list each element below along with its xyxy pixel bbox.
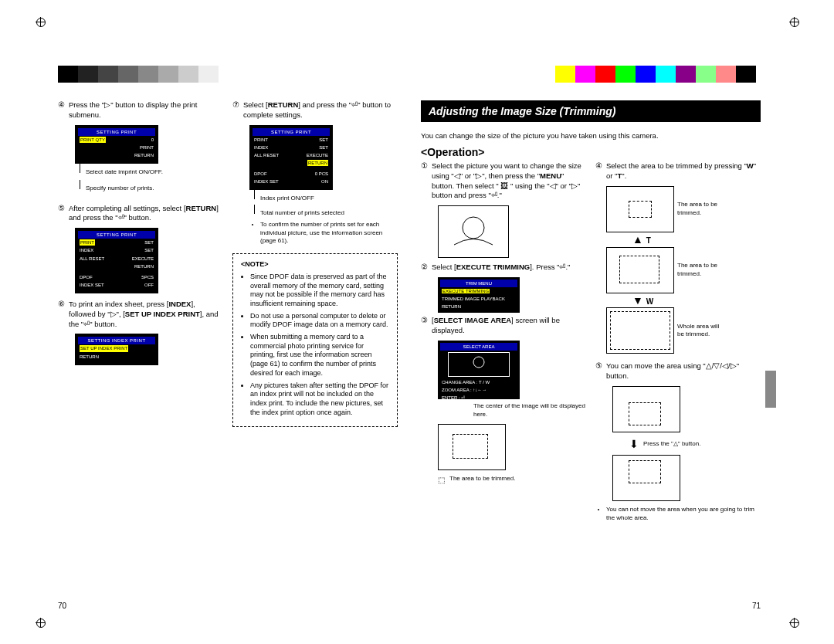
- page70-col-right: ⑦ Select [RETURN] and press the "⏎" butt…: [232, 100, 398, 427]
- colorbar-left: [58, 66, 239, 83]
- crop-mark-tl: [32, 14, 48, 29]
- callout-date-imprint: Select date imprint ON/OFF.: [80, 168, 223, 177]
- trim-move-after: [612, 455, 680, 501]
- swatch: [656, 66, 676, 83]
- swatch: [696, 66, 716, 83]
- note-list: Since DPOF data is preserved as part of …: [241, 273, 389, 417]
- page71-col-right: ④ Select the area to be trimmed by press…: [595, 161, 761, 526]
- swatch: [736, 66, 756, 83]
- lcd-screen-index-print: SETTING INDEX PRINT SET UP INDEX PRINT R…: [75, 334, 158, 364]
- note-box: <NOTE> Since DPOF data is preserved as p…: [232, 253, 398, 427]
- callout-confirm-prints: To confirm the number of prints set for …: [260, 221, 398, 246]
- op-step-2: ② Select [EXECUTE TRIMMING]. Press "⏎.": [421, 263, 586, 273]
- lcd-screen-settings-7: SETTING PRINT PRINTSET INDEXSET ALL RESE…: [249, 125, 333, 191]
- trim-preview-mid: [606, 247, 674, 293]
- swatch: [575, 66, 595, 83]
- preview-icon: [449, 353, 509, 375]
- callout-num-prints: Specify number of prints.: [80, 185, 223, 193]
- note-item: Do not use a personal computer to delete…: [250, 312, 389, 330]
- swatch: [555, 66, 575, 83]
- arrow-down-big-icon: ⬇: [629, 437, 639, 452]
- crop-mark-tr: [786, 14, 802, 29]
- swatch: [636, 66, 656, 83]
- note-item: Since DPOF data is preserved as part of …: [250, 273, 389, 309]
- dashed-box-icon: ⬚: [438, 475, 445, 486]
- swatch: [676, 66, 696, 83]
- op-step-1: ① Select the picture you want to change …: [421, 161, 586, 201]
- callout-total-prints: Total number of prints selected: [254, 209, 398, 218]
- page-71: Adjusting the Image Size (Trimming) You …: [421, 100, 761, 610]
- swatch: [178, 66, 198, 83]
- note-item: When submitting a memory card to a comme…: [250, 333, 389, 378]
- callout-center-image: The center of the image will be displaye…: [473, 402, 586, 419]
- trim-move-before: [612, 386, 680, 432]
- swatch: [756, 66, 776, 83]
- svg-point-0: [463, 217, 484, 239]
- operation-heading: <Operation>: [421, 146, 761, 158]
- cartoon-icon: [439, 206, 508, 257]
- arrow-up-icon: ▲ T: [632, 232, 761, 247]
- swatch: [78, 66, 98, 83]
- lcd-screen-settings-5: SETTING PRINT PRINTSET INDEXSET ALL RESE…: [75, 228, 158, 293]
- lcd-trim-menu: TRIM MENU EXECUTE TRIMMING TRIMMED IMAGE…: [438, 277, 520, 313]
- op-step-4: ④ Select the area to be trimmed by press…: [595, 161, 761, 181]
- lcd-screen-print-qty: SETTING PRINT PRINT QTY0 PRINT RETURN: [75, 125, 158, 164]
- callout-area-trimmed: The area to be trimmed.: [449, 475, 515, 486]
- page-70: ④ Press the "▷" button to display the pr…: [58, 100, 398, 610]
- arrow-down-icon: ▼ W: [632, 293, 761, 308]
- trim-preview-w: [606, 307, 674, 354]
- swatch: [138, 66, 158, 83]
- illustration-trim-area: [438, 424, 506, 470]
- page71-col-left: ① Select the picture you want to change …: [421, 161, 586, 526]
- swatch: [158, 66, 178, 83]
- swatch: [118, 66, 138, 83]
- page-number-70: 70: [58, 602, 66, 610]
- step-4: ④ Press the "▷" button to display the pr…: [58, 100, 223, 120]
- section-header: Adjusting the Image Size (Trimming): [421, 100, 761, 122]
- swatch: [716, 66, 736, 83]
- note-title: <NOTE>: [241, 260, 269, 268]
- step-5: ⑤ After completing all settings, select …: [58, 204, 223, 224]
- trim-preview-t: [606, 186, 674, 232]
- swatch: [58, 66, 78, 83]
- note-item: Any pictures taken after setting the DPO…: [250, 381, 389, 418]
- op-step-5: ⑤ You can move the area using "△/▽/◁/▷" …: [595, 361, 761, 381]
- callout-index-onoff: Index print ON/OFF: [254, 195, 398, 203]
- swatch: [219, 66, 239, 83]
- swatch: [198, 66, 219, 83]
- op-step-3: ③ [SELECT IMAGE AREA] screen will be dis…: [421, 316, 586, 336]
- swatch: [595, 66, 615, 83]
- note-cannot-move: You can not move the area when you are g…: [606, 506, 761, 523]
- svg-point-1: [473, 357, 484, 368]
- lcd-select-area: SELECT AREA CHANGE AREA : T / W ZOOM ARE…: [438, 341, 520, 399]
- swatch: [615, 66, 636, 83]
- crop-mark-bl: [32, 615, 48, 630]
- colorbar-right: [555, 66, 776, 83]
- crop-mark-br: [786, 615, 802, 630]
- page70-col-left: ④ Press the "▷" button to display the pr…: [58, 100, 223, 427]
- swatch: [98, 66, 118, 83]
- intro-text: You can change the size of the picture y…: [421, 131, 761, 140]
- step-6: ⑥ To print an index sheet, press [INDEX]…: [58, 300, 223, 329]
- page-number-71: 71: [752, 602, 761, 610]
- thumb-tab: [765, 371, 776, 408]
- illustration-picture: [438, 205, 509, 258]
- step-7: ⑦ Select [RETURN] and press the "⏎" butt…: [232, 100, 398, 120]
